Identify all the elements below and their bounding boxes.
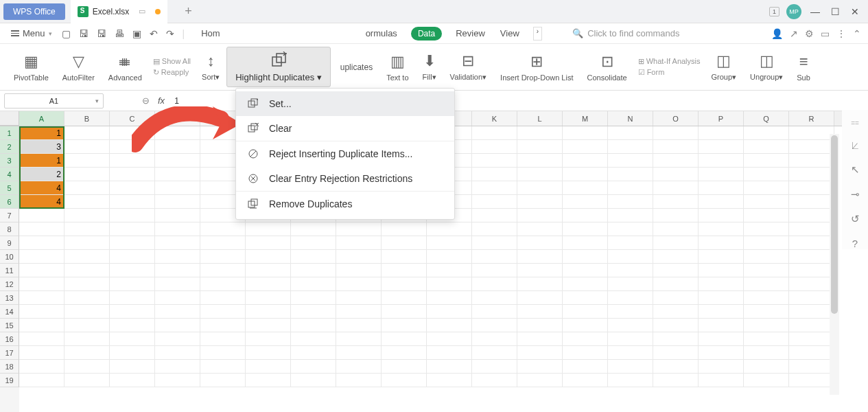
cell[interactable]: 4 <box>19 181 64 195</box>
cell[interactable] <box>699 209 744 222</box>
cell[interactable] <box>155 140 200 154</box>
cell[interactable] <box>789 291 834 305</box>
cell[interactable] <box>653 277 699 291</box>
cell[interactable] <box>246 236 291 250</box>
cell[interactable] <box>110 209 155 222</box>
cell[interactable] <box>472 277 517 291</box>
cell[interactable] <box>110 126 155 140</box>
cursor-icon[interactable]: ↖ <box>851 163 860 176</box>
cell[interactable] <box>789 222 834 236</box>
cell[interactable] <box>744 222 789 236</box>
cell[interactable] <box>744 319 789 332</box>
window-icon[interactable]: ▭ <box>821 28 830 39</box>
cell[interactable] <box>427 346 472 360</box>
cell[interactable] <box>19 319 64 332</box>
cell[interactable] <box>64 250 110 264</box>
cell[interactable]: 1 <box>19 154 64 168</box>
cell[interactable] <box>517 360 563 374</box>
cell[interactable] <box>155 277 200 291</box>
cell[interactable] <box>699 250 744 264</box>
cell[interactable] <box>291 264 336 277</box>
cell[interactable] <box>19 305 64 319</box>
row-header[interactable]: 12 <box>0 277 19 291</box>
cell[interactable] <box>744 332 789 346</box>
cell[interactable] <box>336 332 382 346</box>
row-header[interactable]: 1 <box>0 126 19 140</box>
cell[interactable] <box>653 209 699 222</box>
cell[interactable] <box>699 319 744 332</box>
cell[interactable] <box>608 181 653 195</box>
cell[interactable] <box>64 374 110 387</box>
cell[interactable] <box>19 209 64 222</box>
cell[interactable] <box>64 222 110 236</box>
whatif-button[interactable]: ⊞ What-If Analysis <box>638 57 701 66</box>
cell[interactable] <box>64 346 110 360</box>
cell[interactable] <box>64 209 110 222</box>
cell[interactable] <box>19 374 64 387</box>
cell[interactable] <box>19 250 64 264</box>
cell[interactable] <box>744 181 789 195</box>
cell[interactable] <box>608 319 653 332</box>
subtotal-button[interactable]: ≡Sub <box>790 47 817 88</box>
cell[interactable] <box>110 195 155 209</box>
cell[interactable] <box>789 360 834 374</box>
row-header[interactable]: 15 <box>0 319 19 332</box>
cell[interactable] <box>744 126 789 140</box>
cell[interactable] <box>110 181 155 195</box>
cell[interactable] <box>200 374 246 387</box>
cell[interactable] <box>699 291 744 305</box>
cell[interactable] <box>155 360 200 374</box>
cell[interactable] <box>155 236 200 250</box>
cell[interactable] <box>744 360 789 374</box>
cell[interactable] <box>291 250 336 264</box>
cell[interactable] <box>517 209 563 222</box>
print-preview-icon[interactable]: ▣ <box>130 28 144 39</box>
cell[interactable] <box>382 236 427 250</box>
cell[interactable] <box>291 277 336 291</box>
cell[interactable] <box>64 140 110 154</box>
cell[interactable] <box>427 332 472 346</box>
cell[interactable] <box>472 305 517 319</box>
cell[interactable] <box>608 374 653 387</box>
cell[interactable] <box>64 277 110 291</box>
cell[interactable] <box>472 140 517 154</box>
cell[interactable] <box>789 305 834 319</box>
cell[interactable] <box>155 126 200 140</box>
cell[interactable] <box>427 291 472 305</box>
group-button[interactable]: ◫Group▾ <box>705 47 744 88</box>
insert-dropdown-button[interactable]: ⊞Insert Drop-Down List <box>493 47 580 88</box>
cell[interactable] <box>517 222 563 236</box>
cell[interactable] <box>789 195 834 209</box>
cell[interactable] <box>336 360 382 374</box>
cell[interactable] <box>291 291 336 305</box>
sort-button[interactable]: ↕Sort▾ <box>195 47 226 88</box>
cell[interactable] <box>155 154 200 168</box>
cell[interactable] <box>517 374 563 387</box>
cell[interactable] <box>563 277 608 291</box>
cell[interactable] <box>472 195 517 209</box>
cell[interactable] <box>382 264 427 277</box>
cell[interactable]: 2 <box>19 168 64 181</box>
cell[interactable] <box>110 346 155 360</box>
cell[interactable] <box>563 236 608 250</box>
column-header[interactable]: O <box>653 111 699 126</box>
namebox-dropdown-icon[interactable]: ▾ <box>95 98 99 104</box>
cell[interactable] <box>427 222 472 236</box>
cell[interactable] <box>291 346 336 360</box>
cell[interactable] <box>517 277 563 291</box>
cell[interactable] <box>608 360 653 374</box>
cell[interactable] <box>200 277 246 291</box>
cell[interactable] <box>155 250 200 264</box>
cell[interactable] <box>291 332 336 346</box>
print-icon[interactable]: 🖶 <box>112 28 127 39</box>
cell[interactable] <box>563 209 608 222</box>
cell[interactable] <box>155 168 200 181</box>
consolidate-button[interactable]: ⊡Consolidate <box>580 47 633 88</box>
cell[interactable] <box>744 374 789 387</box>
cell[interactable] <box>110 140 155 154</box>
cell[interactable] <box>155 209 200 222</box>
cell[interactable] <box>653 346 699 360</box>
cell[interactable] <box>155 319 200 332</box>
vertical-scrollbar[interactable] <box>830 134 839 395</box>
cell[interactable] <box>789 181 834 195</box>
